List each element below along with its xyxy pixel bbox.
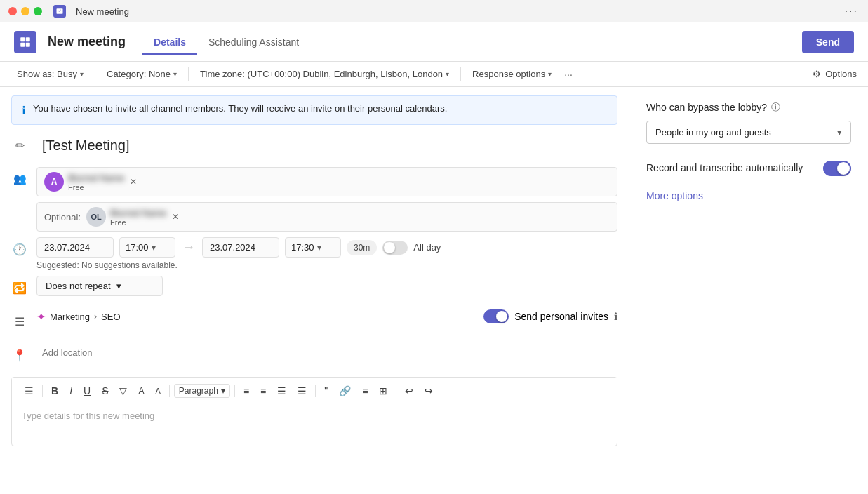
start-time-select[interactable]: 17:00 ▾	[119, 237, 175, 258]
title-field-container	[36, 133, 617, 159]
optional-label: Optional:	[44, 212, 81, 222]
datetime-row: 🕐 23.07.2024 17:00 ▾ → 23.07.2024 17:30 …	[11, 237, 617, 270]
minimize-button[interactable]	[21, 7, 29, 15]
channel-content: ✦ Marketing › SEO Send personal invites …	[36, 309, 617, 323]
timezone-selector[interactable]: Time zone: (UTC+00:00) Dublin, Edinburgh…	[194, 66, 455, 82]
optional-status-1: Free	[110, 218, 166, 227]
font-color-button[interactable]: ▽	[115, 382, 131, 399]
datetime-arrow: →	[182, 240, 195, 255]
channel-icon: ☰	[11, 315, 28, 328]
people-icon: 👥	[11, 173, 28, 185]
lobby-dropdown[interactable]: People in my org and guests ▾	[646, 121, 851, 144]
record-section: Record and transcribe automatically	[646, 161, 851, 176]
optional-field: Optional: OL Blurred Name Free ✕	[36, 202, 617, 232]
close-button[interactable]	[8, 7, 17, 15]
remove-attendee-1[interactable]: ✕	[128, 175, 138, 188]
all-day-toggle[interactable]	[382, 241, 408, 255]
bullet-list-button[interactable]: ☰	[273, 382, 291, 399]
svg-rect-3	[26, 42, 30, 46]
highlight-button[interactable]: A	[134, 383, 148, 399]
start-date-input[interactable]: 23.07.2024	[36, 237, 114, 258]
location-input[interactable]	[36, 343, 617, 363]
link-button[interactable]: 🔗	[335, 382, 355, 399]
send-invites-label: Send personal invites	[514, 311, 608, 322]
datetime-inputs: 23.07.2024 17:00 ▾ → 23.07.2024 17:30 ▾ …	[36, 237, 617, 258]
align-center-button[interactable]: ≡	[256, 382, 270, 399]
italic-button[interactable]: I	[65, 382, 76, 399]
paragraph-select[interactable]: Paragraph ▾	[174, 384, 230, 398]
channel-info: ✦ Marketing › SEO	[36, 310, 260, 323]
toolbar: Show as: Busy ▾ Category: None ▾ Time zo…	[0, 62, 868, 87]
show-as-selector[interactable]: Show as: Busy ▾	[11, 66, 89, 82]
datetime-content: 23.07.2024 17:00 ▾ → 23.07.2024 17:30 ▾ …	[36, 237, 617, 270]
align-left-button[interactable]: ≡	[239, 382, 253, 399]
table-button[interactable]: ⊞	[375, 382, 392, 399]
channel-name: Marketing	[50, 312, 90, 322]
send-button[interactable]: Send	[802, 31, 854, 53]
channel-sub: SEO	[101, 312, 120, 322]
attendee-status-1: Free	[68, 183, 124, 192]
undo-button[interactable]: ↩	[401, 382, 418, 399]
send-invites-toggle[interactable]	[483, 309, 509, 323]
rich-text-editor: ☰ B I U S ▽ A A Paragraph ▾ ≡ ≡ ☰ ☰	[11, 377, 617, 446]
quote-button[interactable]: "	[320, 382, 332, 399]
indent-icon[interactable]: ☰	[20, 382, 38, 399]
titlebar-title: New meeting	[76, 6, 129, 17]
rte-sep-0	[42, 385, 43, 397]
record-toggle[interactable]	[823, 161, 851, 176]
numbered-list-button[interactable]: ☰	[293, 382, 311, 399]
remove-optional-1[interactable]: ✕	[171, 211, 180, 223]
tab-scheduling[interactable]: Scheduling Assistant	[197, 31, 310, 55]
end-time-select[interactable]: 17:30 ▾	[285, 237, 341, 258]
attendee-input-area[interactable]: A Blurred Name Free ✕	[36, 167, 617, 196]
maximize-button[interactable]	[34, 7, 42, 15]
channel-breadcrumb-arrow: ›	[94, 312, 97, 321]
channel-row: ☰ ✦ Marketing › SEO Send personal invit	[11, 309, 617, 338]
end-date-input[interactable]: 23.07.2024	[202, 237, 279, 258]
gear-icon: ⚙	[813, 69, 821, 79]
attendee-row: 👥 A Blurred Name Free ✕	[11, 167, 617, 196]
redo-button[interactable]: ↪	[420, 382, 437, 399]
attendee-chip-1: A Blurred Name Free ✕	[44, 172, 138, 192]
send-invites-info-icon[interactable]: ℹ	[614, 311, 617, 322]
svg-rect-1	[26, 37, 30, 41]
location-icon: 📍	[11, 349, 28, 362]
clock-icon: 🕐	[11, 243, 28, 256]
response-chevron: ▾	[548, 70, 552, 78]
tab-details[interactable]: Details	[142, 31, 197, 55]
record-toggle-knob	[837, 162, 850, 175]
rte-toolbar: ☰ B I U S ▽ A A Paragraph ▾ ≡ ≡ ☰ ☰	[12, 378, 617, 403]
underline-button[interactable]: U	[79, 382, 95, 399]
end-time-chevron: ▾	[317, 243, 321, 253]
duration-badge: 30m	[347, 240, 377, 255]
title-input[interactable]	[36, 133, 617, 159]
strikethrough-button[interactable]: S	[98, 382, 112, 399]
response-options-selector[interactable]: Response options ▾	[467, 66, 557, 82]
send-invites-container: Send personal invites ℹ	[483, 309, 617, 323]
toolbar-separator-1	[95, 67, 95, 81]
attendee-avatar-1: A	[44, 172, 64, 192]
info-banner: ℹ You have chosen to invite all channel …	[11, 95, 617, 125]
category-selector[interactable]: Category: None ▾	[101, 66, 182, 82]
pencil-icon: ✏	[11, 139, 28, 152]
traffic-lights[interactable]	[8, 7, 42, 15]
optional-input-area[interactable]: Optional: OL Blurred Name Free ✕	[36, 202, 617, 232]
lobby-chevron-icon: ▾	[837, 127, 842, 138]
toolbar-more-button[interactable]: ···	[560, 66, 577, 83]
bold-button[interactable]: B	[47, 382, 62, 399]
repeat-dropdown[interactable]: Does not repeat ▾	[36, 276, 163, 296]
text-direction-button[interactable]: ≡	[358, 382, 372, 399]
title-row: ✏	[11, 133, 617, 161]
font-size-button[interactable]: A	[152, 384, 165, 398]
rte-sep-1	[169, 385, 170, 397]
timezone-chevron: ▾	[446, 70, 449, 78]
rte-content-area[interactable]: Type details for this new meeting	[12, 403, 617, 446]
header-tabs: Details Scheduling Assistant	[142, 30, 310, 54]
all-day-label: All day	[413, 242, 441, 253]
options-button[interactable]: ⚙ Options	[813, 69, 857, 79]
info-icon: ℹ	[22, 104, 26, 117]
toolbar-separator-3	[460, 67, 461, 81]
titlebar: New meeting ···	[0, 0, 868, 22]
more-options-link[interactable]: More options	[646, 190, 703, 201]
lobby-info-icon[interactable]: ⓘ	[771, 101, 780, 114]
